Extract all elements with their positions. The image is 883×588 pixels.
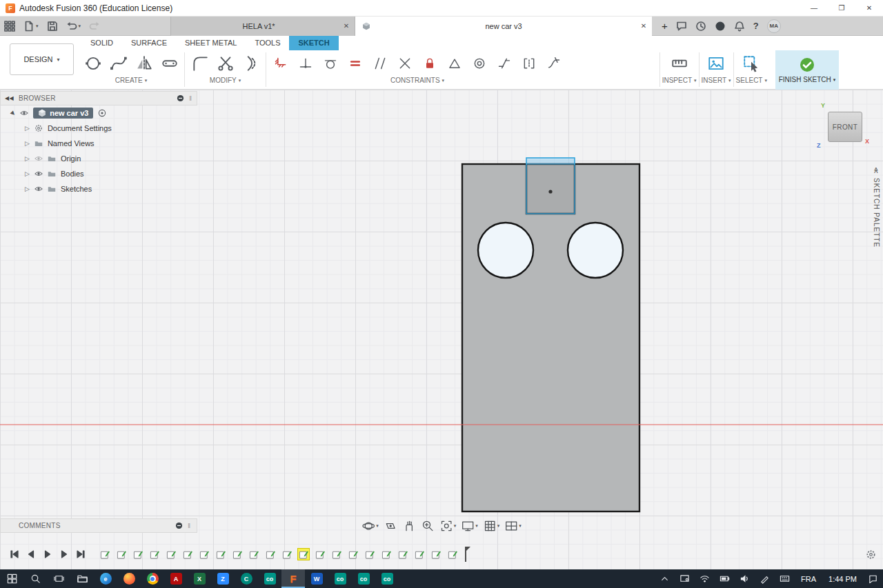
task-view-icon[interactable] bbox=[47, 569, 70, 588]
timeline-feature-sketch[interactable] bbox=[99, 548, 111, 560]
spline-tool-button[interactable] bbox=[106, 52, 131, 75]
tab-close-icon[interactable]: ✕ bbox=[344, 22, 349, 30]
browser-item-sketches[interactable]: ▷ Sketches bbox=[0, 181, 197, 196]
co-app-icon[interactable]: co bbox=[352, 569, 375, 588]
select-tool-button[interactable] bbox=[739, 52, 764, 75]
measure-tool-button[interactable] bbox=[666, 52, 692, 75]
design-workspace-dropdown[interactable]: DESIGN▾ bbox=[10, 43, 74, 75]
visibility-eye-icon[interactable] bbox=[34, 185, 43, 193]
browser-filter-icon[interactable] bbox=[177, 94, 184, 102]
browser-item-bodies[interactable]: ▷ Bodies bbox=[0, 166, 197, 181]
timeline-feature-sketch[interactable] bbox=[198, 548, 210, 560]
help-icon[interactable]: ? bbox=[749, 18, 763, 34]
touch-keyboard-icon[interactable] bbox=[775, 569, 795, 588]
job-status-icon[interactable] bbox=[691, 18, 711, 34]
expand-arrow-icon[interactable]: ▷ bbox=[25, 125, 30, 132]
timeline-feature-sketch[interactable] bbox=[181, 548, 194, 560]
timeline-feature-sketch[interactable] bbox=[231, 548, 244, 560]
timeline-feature-sketch[interactable] bbox=[330, 548, 343, 560]
expand-arrow-icon[interactable]: ▷ bbox=[25, 155, 30, 162]
co-app-icon[interactable]: co bbox=[258, 569, 281, 588]
timeline-feature-sketch[interactable] bbox=[347, 548, 359, 560]
start-button[interactable] bbox=[0, 569, 23, 588]
viewcube-front-face[interactable]: FRONT bbox=[828, 112, 862, 142]
online-status-icon[interactable] bbox=[711, 18, 730, 34]
comments-add-icon[interactable] bbox=[175, 522, 183, 529]
perpendicular-constraint-icon[interactable] bbox=[393, 52, 417, 75]
sketch-center-point[interactable] bbox=[548, 190, 552, 193]
insert-dropdown[interactable]: INSERT▾ bbox=[702, 77, 731, 84]
step-back-button[interactable] bbox=[23, 547, 38, 562]
undo-button[interactable]: ▾ bbox=[62, 18, 86, 34]
create-dropdown[interactable]: CREATE▾ bbox=[115, 77, 147, 84]
file-explorer-icon[interactable] bbox=[70, 569, 94, 588]
timeline-feature-sketch[interactable] bbox=[430, 548, 442, 560]
new-tab-button[interactable]: + bbox=[657, 18, 672, 34]
expand-arrow-icon[interactable]: ▷ bbox=[25, 140, 30, 147]
notifications-bell-icon[interactable] bbox=[730, 18, 749, 34]
sketch-palette-tab[interactable]: ≪ SKETCH PALETTE bbox=[869, 167, 883, 247]
co-app-icon[interactable]: co bbox=[328, 569, 352, 588]
timeline-feature-sketch[interactable] bbox=[413, 548, 426, 560]
timeline-feature-sketch[interactable] bbox=[281, 548, 293, 560]
timeline-feature-sketch[interactable] bbox=[380, 548, 393, 560]
finish-sketch-button[interactable]: FINISH SKETCH▾ bbox=[775, 50, 839, 90]
webex-app-icon[interactable]: C bbox=[235, 569, 258, 588]
timeline-options-gear-icon[interactable] bbox=[866, 549, 876, 560]
tray-expand-icon[interactable] bbox=[655, 569, 675, 588]
sketch-wheel-right-circle[interactable] bbox=[568, 223, 623, 278]
acrobat-app-icon[interactable]: A bbox=[164, 569, 188, 588]
volume-icon[interactable] bbox=[735, 569, 755, 588]
play-button[interactable] bbox=[40, 547, 54, 562]
search-icon[interactable] bbox=[23, 569, 47, 588]
pan-hand-icon[interactable] bbox=[401, 519, 417, 533]
zoom-app-icon[interactable]: Z bbox=[211, 569, 235, 588]
browser-item-origin[interactable]: ▷ Origin bbox=[0, 151, 197, 166]
tab-surface[interactable]: SURFACE bbox=[122, 36, 176, 50]
file-menu-button[interactable]: ▾ bbox=[19, 18, 43, 34]
save-button[interactable] bbox=[43, 18, 62, 34]
fix-unfix-constraint-icon[interactable] bbox=[417, 52, 442, 75]
expand-arrow-icon[interactable]: ▷ bbox=[25, 185, 30, 192]
excel-app-icon[interactable]: X bbox=[188, 569, 211, 588]
circle-tool-button[interactable] bbox=[80, 52, 106, 75]
horizontal-vertical-constraint-icon[interactable] bbox=[268, 52, 293, 75]
browser-item-document-settings[interactable]: ▷ Document Settings bbox=[0, 121, 197, 136]
step-forward-button[interactable] bbox=[57, 547, 71, 562]
select-dropdown[interactable]: SELECT▾ bbox=[736, 77, 767, 84]
window-close-button[interactable]: ✕ bbox=[855, 0, 883, 17]
sketch-notch-rect[interactable] bbox=[526, 164, 575, 214]
sketch-body-rect[interactable] bbox=[462, 164, 639, 511]
tab-solid[interactable]: SOLID bbox=[81, 36, 122, 50]
palette-collapse-icon[interactable]: ≪ bbox=[873, 167, 880, 173]
timeline-feature-sketch[interactable] bbox=[132, 548, 144, 560]
mirror-tool-button[interactable] bbox=[131, 52, 157, 75]
fusion-360-app-icon[interactable]: F bbox=[281, 569, 305, 588]
timeline-feature-sketch[interactable] bbox=[148, 548, 161, 560]
visibility-eye-icon[interactable] bbox=[20, 109, 28, 117]
window-maximize-button[interactable]: ❐ bbox=[828, 0, 855, 17]
fillet-tool-button[interactable] bbox=[187, 52, 212, 75]
timeline-feature-sketch[interactable] bbox=[215, 548, 227, 560]
visibility-eye-icon[interactable] bbox=[34, 154, 43, 163]
look-at-icon[interactable] bbox=[382, 519, 399, 533]
window-minimize-button[interactable]: — bbox=[800, 0, 828, 17]
timeline-feature-sketch[interactable] bbox=[364, 548, 376, 560]
midpoint-constraint-icon[interactable] bbox=[442, 52, 467, 75]
browser-item-named-views[interactable]: ▷ Named Views bbox=[0, 136, 197, 151]
browser-collapse-icon[interactable]: ◀◀ bbox=[5, 95, 14, 101]
display-settings-icon[interactable]: ▾ bbox=[459, 519, 479, 533]
chrome-app-icon[interactable] bbox=[141, 569, 164, 588]
go-to-start-button[interactable] bbox=[7, 547, 21, 562]
coincident-constraint-icon[interactable] bbox=[293, 52, 318, 75]
word-app-icon[interactable]: W bbox=[305, 569, 328, 588]
go-to-end-button[interactable] bbox=[73, 547, 88, 562]
comments-bubble-icon[interactable] bbox=[672, 18, 691, 34]
browser-root-row[interactable]: ▶ new car v3 bbox=[0, 105, 197, 121]
inspect-dropdown[interactable]: INSPECT▾ bbox=[662, 77, 697, 84]
insert-image-button[interactable] bbox=[704, 52, 729, 75]
orbit-icon[interactable]: ▾ bbox=[360, 519, 380, 533]
tab-sheet-metal[interactable]: SHEET METAL bbox=[176, 36, 246, 50]
sketch-wheel-left-circle[interactable] bbox=[478, 223, 533, 278]
curvature-constraint-icon[interactable] bbox=[542, 52, 566, 75]
